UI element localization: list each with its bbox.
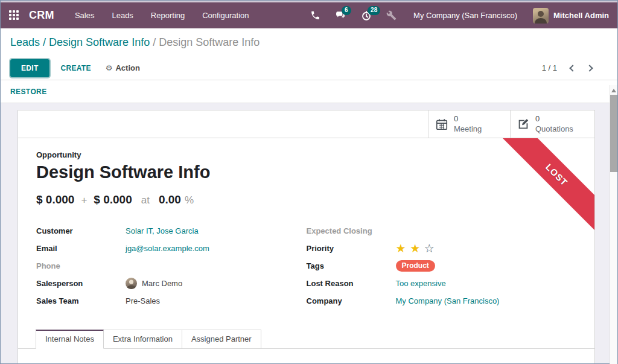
systray: 6 28 My Company (San Francisco) Mitchell… xyxy=(296,8,609,24)
app-name[interactable]: CRM xyxy=(29,9,54,22)
plus-sign: + xyxy=(81,194,87,206)
form-sheet: 0 Meeting 0 Quotations LOST Op xyxy=(18,110,595,363)
user-avatar[interactable] xyxy=(533,8,549,24)
breadcrumb-leads[interactable]: Leads xyxy=(10,36,40,48)
notebook-tabs: Internal Notes Extra Information Assigne… xyxy=(18,330,594,349)
pencil-square-icon xyxy=(517,118,530,131)
sales-team-value[interactable]: Pre-Sales xyxy=(126,296,160,305)
sales-team-label: Sales Team xyxy=(36,296,126,305)
vertical-scrollbar[interactable] xyxy=(610,85,617,364)
at-label: at xyxy=(141,194,150,206)
record-type-label: Opportunity xyxy=(36,150,576,159)
pager-next-icon[interactable] xyxy=(586,65,593,71)
company-label: Company xyxy=(307,296,396,305)
calendar-icon xyxy=(435,118,448,131)
odoo-window: CRM Sales Leads Reporting Configuration … xyxy=(0,0,618,364)
breadcrumb-separator-2: / xyxy=(150,36,159,48)
lost-reason-label: Lost Reason xyxy=(307,279,396,288)
breadcrumb-current: Design Software Info xyxy=(159,36,260,48)
app-navbar: CRM Sales Leads Reporting Configuration … xyxy=(1,2,617,28)
quotations-count: 0 xyxy=(535,114,573,124)
company-switcher[interactable]: My Company (San Francisco) xyxy=(413,11,517,20)
form-statusbar: RESTORE xyxy=(1,80,617,103)
messages-badge: 6 xyxy=(342,6,351,15)
star-3-icon[interactable]: ☆ xyxy=(424,242,435,255)
email-label: Email xyxy=(36,244,126,253)
recurring-revenue: $ 0.000 xyxy=(94,193,132,206)
fields-grid: Customer Solar IT, Jose Garcia Email jga… xyxy=(36,225,576,313)
user-menu[interactable]: Mitchell Admin xyxy=(553,11,609,20)
notebook: Internal Notes Extra Information Assigne… xyxy=(18,330,594,363)
field-sales-team: Sales Team Pre-Sales xyxy=(36,295,307,307)
tab-extra-information[interactable]: Extra Information xyxy=(104,330,182,349)
scrollbar-up-icon[interactable] xyxy=(611,89,616,92)
stat-button-meeting[interactable]: 0 Meeting xyxy=(428,110,510,138)
field-customer: Customer Solar IT, Jose Garcia xyxy=(36,225,307,237)
record-title: Design Software Info xyxy=(36,161,576,183)
field-phone: Phone xyxy=(36,260,307,272)
restore-button[interactable]: RESTORE xyxy=(10,88,47,96)
edit-button[interactable]: EDIT xyxy=(10,59,49,77)
priority-stars: ★ ★ ☆ xyxy=(396,243,436,254)
star-2-icon[interactable]: ★ xyxy=(410,242,420,255)
breadcrumb-separator-1: / xyxy=(40,36,49,48)
stat-button-row: 0 Meeting 0 Quotations xyxy=(18,110,594,138)
gear-icon: ⚙ xyxy=(106,63,113,72)
customer-value[interactable]: Solar IT, Jose Garcia xyxy=(126,226,199,235)
tab-assigned-partner[interactable]: Assigned Partner xyxy=(182,330,261,349)
field-company: Company My Company (San Francisco) xyxy=(307,295,577,307)
company-value[interactable]: My Company (San Francisco) xyxy=(396,296,500,305)
field-salesperson: Salesperson Marc Demo xyxy=(36,278,307,289)
percent-sign: % xyxy=(185,194,194,206)
messages-icon[interactable]: 6 xyxy=(335,10,346,21)
salesperson-avatar xyxy=(126,278,137,289)
phone-label: Phone xyxy=(36,261,126,270)
menu-sales[interactable]: Sales xyxy=(75,11,95,20)
phone-icon[interactable] xyxy=(310,10,320,21)
tab-content-internal-notes xyxy=(18,349,594,363)
field-expected-closing: Expected Closing xyxy=(307,225,577,237)
activities-icon[interactable]: 28 xyxy=(361,10,372,21)
breadcrumb-parent[interactable]: Design Software Info xyxy=(49,36,150,48)
sheet-main: LOST Opportunity Design Software Info $ … xyxy=(18,138,594,363)
tab-internal-notes[interactable]: Internal Notes xyxy=(36,330,104,349)
salesperson-label: Salesperson xyxy=(36,279,126,288)
salesperson-value[interactable]: Marc Demo xyxy=(142,279,182,288)
email-value[interactable]: jga@solar.example.com xyxy=(126,244,209,253)
lost-reason-value[interactable]: Too expensive xyxy=(396,279,446,288)
expected-closing-label: Expected Closing xyxy=(307,226,396,235)
stat-button-quotations[interactable]: 0 Quotations xyxy=(510,110,594,138)
revenue-line: $ 0.000 + $ 0.000 at 0.00 % xyxy=(36,193,576,206)
priority-label: Priority xyxy=(307,244,396,253)
form-view: 0 Meeting 0 Quotations LOST Op xyxy=(1,103,617,363)
action-menu[interactable]: ⚙ Action xyxy=(106,63,140,72)
apps-grid-icon[interactable] xyxy=(9,10,19,21)
meeting-label: Meeting xyxy=(454,124,482,134)
menu-reporting[interactable]: Reporting xyxy=(151,11,185,20)
action-label: Action xyxy=(115,63,139,72)
field-tags: Tags Product xyxy=(307,260,577,272)
field-priority: Priority ★ ★ ☆ xyxy=(307,243,577,254)
field-lost-reason: Lost Reason Too expensive xyxy=(307,278,577,289)
customer-label: Customer xyxy=(36,226,126,235)
fields-left-column: Customer Solar IT, Jose Garcia Email jga… xyxy=(36,225,307,313)
pager: 1 / 1 xyxy=(542,63,592,72)
tag-product[interactable]: Product xyxy=(396,260,435,272)
fields-right-column: Expected Closing Priority ★ ★ ☆ xyxy=(307,225,577,313)
probability-value: 0.00 xyxy=(159,193,181,206)
meeting-count: 0 xyxy=(454,114,482,124)
debug-wrench-icon[interactable] xyxy=(386,10,397,21)
control-panel: EDIT CREATE ⚙ Action 1 / 1 xyxy=(1,52,617,80)
create-button[interactable]: CREATE xyxy=(61,64,91,72)
menu-configuration[interactable]: Configuration xyxy=(202,11,249,20)
quotations-label: Quotations xyxy=(535,124,573,134)
pager-value: 1 / 1 xyxy=(542,63,557,72)
tags-label: Tags xyxy=(307,261,396,270)
field-email: Email jga@solar.example.com xyxy=(36,243,307,254)
star-1-icon[interactable]: ★ xyxy=(396,242,406,255)
pager-previous-icon[interactable] xyxy=(569,65,576,71)
menu-leads[interactable]: Leads xyxy=(112,11,133,20)
breadcrumb: Leads / Design Software Info / Design So… xyxy=(1,28,617,52)
expected-revenue: $ 0.000 xyxy=(36,193,74,206)
scrollbar-thumb[interactable] xyxy=(610,95,617,172)
